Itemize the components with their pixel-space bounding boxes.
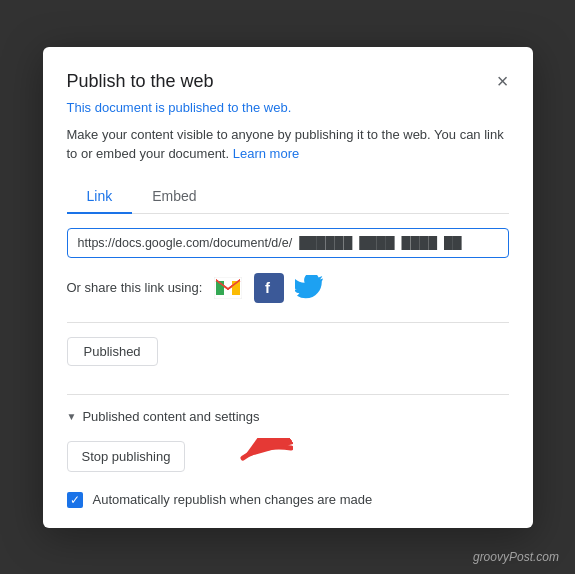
stop-publishing-button[interactable]: Stop publishing	[67, 441, 186, 472]
tab-embed[interactable]: Embed	[132, 180, 216, 214]
checkbox-row: ✓ Automatically republish when changes a…	[67, 492, 509, 508]
twitter-icon[interactable]	[294, 272, 326, 304]
tab-bar: Link Embed	[67, 180, 509, 214]
published-button-wrapper: Published	[67, 337, 509, 380]
url-input[interactable]	[67, 228, 509, 258]
arrow-icon	[203, 438, 293, 476]
close-button[interactable]: ×	[497, 71, 509, 91]
url-row	[67, 228, 509, 258]
modal-title: Publish to the web	[67, 71, 214, 92]
checkmark-icon: ✓	[70, 494, 80, 506]
triangle-icon: ▼	[67, 411, 77, 422]
stop-publishing-row: Stop publishing	[67, 438, 509, 476]
modal-dialog: Publish to the web × This document is pu…	[43, 47, 533, 528]
share-prefix: Or share this link using:	[67, 280, 203, 295]
svg-text:f: f	[265, 279, 271, 296]
settings-section-label: ▼ Published content and settings	[67, 409, 509, 424]
watermark: groovyPost.com	[473, 550, 559, 564]
facebook-icon[interactable]: f	[254, 273, 284, 303]
share-row: Or share this link using: f	[67, 272, 509, 304]
auto-republish-checkbox[interactable]: ✓	[67, 492, 83, 508]
divider-1	[67, 322, 509, 323]
learn-more-link[interactable]: Learn more	[233, 146, 299, 161]
gmail-icon[interactable]	[212, 272, 244, 304]
tab-link[interactable]: Link	[67, 180, 133, 214]
modal-header: Publish to the web ×	[67, 71, 509, 92]
divider-2	[67, 394, 509, 395]
checkbox-label: Automatically republish when changes are…	[93, 492, 373, 507]
published-notice: This document is published to the web.	[67, 100, 509, 115]
description-text: Make your content visible to anyone by p…	[67, 125, 509, 164]
settings-label-text: Published content and settings	[82, 409, 259, 424]
published-button[interactable]: Published	[67, 337, 158, 366]
